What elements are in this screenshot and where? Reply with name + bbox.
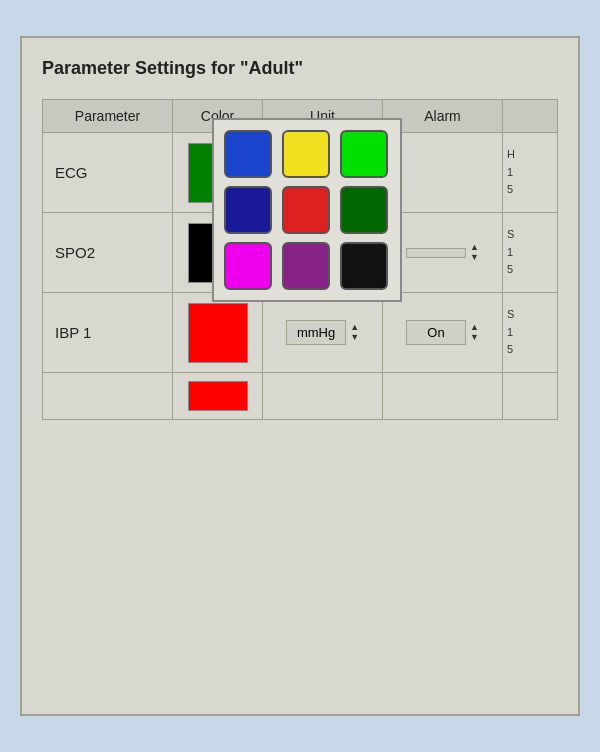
ibp2-color-box[interactable] (188, 381, 248, 411)
color-option-dark-blue[interactable] (224, 186, 272, 234)
col-header-parameter: Parameter (43, 100, 173, 132)
color-option-bright-green[interactable] (340, 130, 388, 178)
param-label-spo2: SPO2 (43, 213, 173, 292)
right-info-ibp2 (503, 373, 563, 419)
ibp1-color-box[interactable] (188, 303, 248, 363)
col-header-extra (503, 100, 563, 132)
spo2-alarm-display (406, 248, 466, 258)
color-option-red[interactable] (282, 186, 330, 234)
down-arrow-icon[interactable] (470, 333, 479, 343)
spo2-alarm-spinner[interactable] (470, 243, 479, 263)
ibp1-alarm-display: On (406, 320, 466, 345)
param-label-ecg: ECG (43, 133, 173, 212)
ibp1-alarm-spinner[interactable] (470, 323, 479, 343)
alarm-cell-ibp2 (383, 373, 503, 419)
down-arrow-icon[interactable] (350, 333, 359, 343)
unit-cell-ibp2 (263, 373, 383, 419)
color-option-purple[interactable] (282, 242, 330, 290)
param-label-ibp1: IBP 1 (43, 293, 173, 372)
right-info-ecg: H 1 5 (503, 133, 563, 212)
ibp1-unit-spinner[interactable] (350, 323, 359, 343)
color-option-magenta[interactable] (224, 242, 272, 290)
main-panel: Parameter Settings for "Adult" Parameter… (20, 36, 580, 716)
color-option-dark-green[interactable] (340, 186, 388, 234)
color-option-blue[interactable] (224, 130, 272, 178)
color-option-black[interactable] (340, 242, 388, 290)
ibp1-unit-display: mmHg (286, 320, 346, 345)
unit-cell-ibp1: mmHg (263, 293, 383, 372)
color-swatch-ibp1[interactable] (173, 293, 263, 372)
color-swatch-ibp2[interactable] (173, 373, 263, 419)
color-picker-popup (212, 118, 402, 302)
alarm-cell-ibp1: On (383, 293, 503, 372)
right-info-ibp1: S 1 5 (503, 293, 563, 372)
table-row: IBP 1 mmHg On (43, 293, 557, 373)
down-arrow-icon[interactable] (470, 253, 479, 263)
page-title: Parameter Settings for "Adult" (42, 58, 558, 79)
table-row (43, 373, 557, 419)
color-option-yellow[interactable] (282, 130, 330, 178)
param-label-ibp2 (43, 373, 173, 419)
right-info-spo2: S 1 5 (503, 213, 563, 292)
